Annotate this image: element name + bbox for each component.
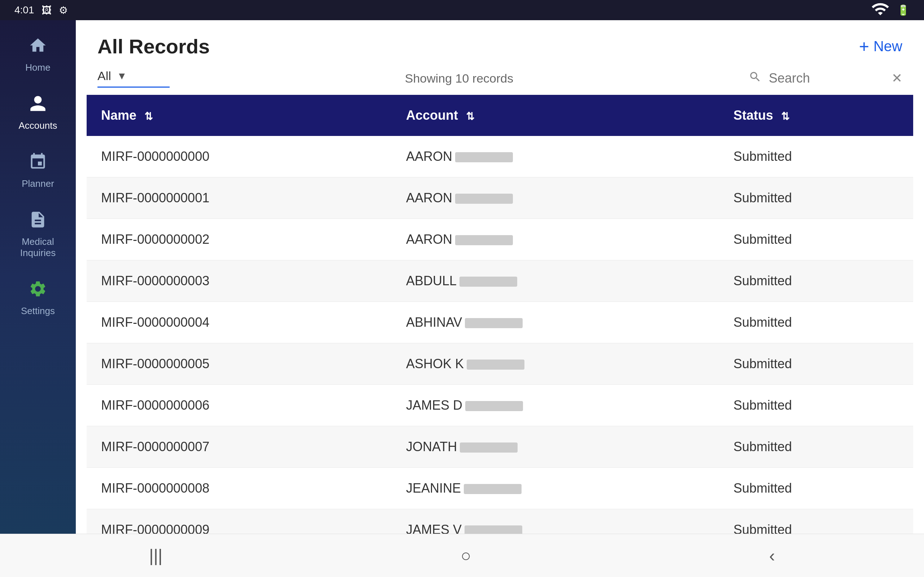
table-row[interactable]: MIRF-0000000007JONATHSubmitted <box>87 426 913 468</box>
sidebar-item-medical-inquiries[interactable]: Medical Inquiries <box>5 201 70 267</box>
redacted-text <box>465 318 523 328</box>
bottom-nav: ||| ○ ‹ <box>0 534 924 577</box>
sort-icon-status: ⇅ <box>781 110 789 122</box>
cell-name: MIRF-0000000006 <box>87 385 392 426</box>
table-row[interactable]: MIRF-0000000001AARONSubmitted <box>87 177 913 219</box>
sidebar-item-planner[interactable]: Planner <box>5 143 70 198</box>
chevron-down-icon: ▼ <box>117 70 127 82</box>
sidebar-item-label-home: Home <box>25 62 50 73</box>
cell-account: JONATH <box>392 426 719 468</box>
redacted-text <box>467 359 525 370</box>
photo-icon: 🖼 <box>42 4 52 16</box>
sidebar-item-home[interactable]: Home <box>5 27 70 82</box>
cell-name: MIRF-0000000007 <box>87 426 392 468</box>
redacted-text <box>455 235 513 245</box>
cell-status: Submitted <box>719 177 913 219</box>
cell-name: MIRF-0000000008 <box>87 468 392 509</box>
cell-status: Submitted <box>719 509 913 534</box>
column-header-name[interactable]: Name ⇅ <box>87 95 392 136</box>
cell-status: Submitted <box>719 468 913 509</box>
settings-icon <box>29 279 47 301</box>
redacted-text <box>465 401 523 411</box>
cell-name: MIRF-0000000005 <box>87 343 392 385</box>
medical-icon <box>29 210 47 232</box>
cell-account: ASHOK K <box>392 343 719 385</box>
record-count: Showing 10 records <box>184 71 734 85</box>
sort-icon-account: ⇅ <box>466 110 474 122</box>
search-icon <box>749 70 762 87</box>
home-icon <box>29 36 47 58</box>
column-header-status[interactable]: Status ⇅ <box>719 95 913 136</box>
cell-name: MIRF-0000000004 <box>87 302 392 343</box>
status-bar: 4:01 🖼 ⚙ 🔋 <box>0 0 924 20</box>
page-title: All Records <box>97 35 210 58</box>
cell-name: MIRF-0000000001 <box>87 177 392 219</box>
sidebar-item-settings[interactable]: Settings <box>5 271 70 325</box>
table-header-row: Name ⇅ Account ⇅ Status ⇅ <box>87 95 913 136</box>
sidebar-item-label-medical: Medical Inquiries <box>13 236 63 259</box>
planner-icon <box>29 152 47 174</box>
sidebar: Home Accounts Planner Medical Inquiries <box>0 20 76 534</box>
cell-account: AARON <box>392 177 719 219</box>
sidebar-item-label-accounts: Accounts <box>19 120 57 131</box>
table-row[interactable]: MIRF-0000000000AARONSubmitted <box>87 136 913 177</box>
table-container: Name ⇅ Account ⇅ Status ⇅ MI <box>76 95 924 534</box>
nav-back-button[interactable]: ‹ <box>740 538 804 573</box>
sort-icon-name: ⇅ <box>144 110 153 122</box>
cell-account: JEANINE <box>392 468 719 509</box>
app-body: Home Accounts Planner Medical Inquiries <box>0 20 924 534</box>
cell-status: Submitted <box>719 302 913 343</box>
settings-status-icon: ⚙ <box>59 4 68 16</box>
filter-dropdown[interactable]: All ▼ <box>97 69 170 88</box>
battery-icon: 🔋 <box>897 4 909 16</box>
redacted-text <box>460 443 518 453</box>
cell-status: Submitted <box>719 136 913 177</box>
search-area: ✕ <box>749 70 902 87</box>
cell-name: MIRF-0000000002 <box>87 219 392 260</box>
signal-icon <box>871 0 890 21</box>
status-time: 4:01 <box>15 4 34 16</box>
sidebar-item-label-settings: Settings <box>21 305 55 317</box>
table-row[interactable]: MIRF-0000000002AARONSubmitted <box>87 219 913 260</box>
cell-account: AARON <box>392 219 719 260</box>
cell-name: MIRF-0000000009 <box>87 509 392 534</box>
cell-status: Submitted <box>719 385 913 426</box>
cell-account: JAMES D <box>392 385 719 426</box>
redacted-text <box>455 193 513 204</box>
table-row[interactable]: MIRF-0000000008JEANINESubmitted <box>87 468 913 509</box>
redacted-text <box>464 484 522 494</box>
table-row[interactable]: MIRF-0000000003ABDULLSubmitted <box>87 260 913 302</box>
cell-account: AARON <box>392 136 719 177</box>
cell-name: MIRF-0000000003 <box>87 260 392 302</box>
nav-home-button[interactable]: ○ <box>432 538 500 573</box>
table-row[interactable]: MIRF-0000000005ASHOK KSubmitted <box>87 343 913 385</box>
sidebar-item-accounts[interactable]: Accounts <box>5 85 70 140</box>
status-bar-left: 4:01 🖼 ⚙ <box>15 4 68 16</box>
close-icon[interactable]: ✕ <box>892 71 902 86</box>
cell-status: Submitted <box>719 426 913 468</box>
cell-status: Submitted <box>719 343 913 385</box>
cell-account: ABDULL <box>392 260 719 302</box>
new-button[interactable]: + New <box>859 36 902 56</box>
new-button-label: New <box>874 38 902 55</box>
redacted-text <box>455 152 513 162</box>
nav-menu-button[interactable]: ||| <box>120 538 191 573</box>
table-row[interactable]: MIRF-0000000006JAMES DSubmitted <box>87 385 913 426</box>
redacted-text <box>465 525 522 534</box>
cell-status: Submitted <box>719 219 913 260</box>
accounts-icon <box>29 94 47 116</box>
search-input[interactable] <box>769 71 884 86</box>
plus-icon: + <box>859 36 869 56</box>
cell-account: JAMES V <box>392 509 719 534</box>
main-header: All Records + New <box>76 20 924 65</box>
cell-account: ABHINAV <box>392 302 719 343</box>
cell-status: Submitted <box>719 260 913 302</box>
main-content: All Records + New All ▼ Showing 10 recor… <box>76 20 924 534</box>
cell-name: MIRF-0000000000 <box>87 136 392 177</box>
column-header-account[interactable]: Account ⇅ <box>392 95 719 136</box>
table-row[interactable]: MIRF-0000000004ABHINAVSubmitted <box>87 302 913 343</box>
filter-value: All <box>97 69 111 83</box>
status-bar-right: 🔋 <box>871 0 909 21</box>
sidebar-item-label-planner: Planner <box>22 178 54 189</box>
table-row[interactable]: MIRF-0000000009JAMES VSubmitted <box>87 509 913 534</box>
